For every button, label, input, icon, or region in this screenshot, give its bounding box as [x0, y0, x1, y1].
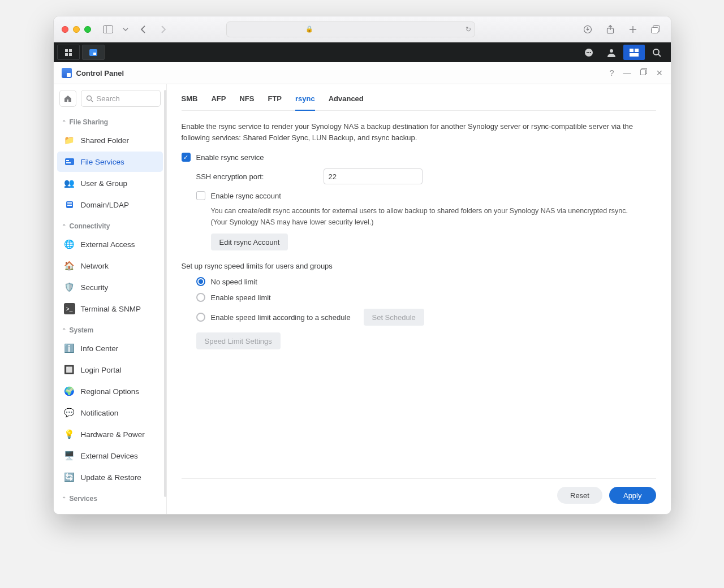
- sidebar-item-update-restore[interactable]: 🔄 Update & Restore: [57, 467, 163, 487]
- sidebar-item-label: Notification: [81, 409, 119, 417]
- sidebar-section-system[interactable]: ⌃ System: [54, 322, 166, 338]
- tab-nfs[interactable]: NFS: [239, 92, 254, 110]
- sidebar-section-label: File Sharing: [70, 118, 109, 126]
- sidebar-item-user-group[interactable]: 👥 User & Group: [57, 173, 163, 193]
- svg-rect-5: [652, 27, 658, 33]
- cp-maximize-icon[interactable]: [640, 68, 647, 77]
- sidebar-item-login-portal[interactable]: 🔲 Login Portal: [57, 360, 163, 380]
- radio-schedule-speed-limit[interactable]: [196, 313, 205, 322]
- control-panel-icon: [62, 68, 72, 78]
- reset-button[interactable]: Reset: [557, 487, 602, 504]
- sidebar-item-label: Security: [81, 283, 109, 292]
- edit-rsync-account-button[interactable]: Edit rsync Account: [211, 234, 288, 250]
- globe-icon: 🌐: [64, 239, 75, 250]
- dsm-chat-icon[interactable]: [578, 45, 600, 60]
- sidebar-item-label: Login Portal: [81, 366, 122, 374]
- sidebar-item-info-center[interactable]: ℹ️ Info Center: [57, 338, 163, 358]
- sidebar-section-services[interactable]: ⌃ Services: [54, 490, 166, 506]
- sidebar-item-label: External Devices: [81, 452, 138, 460]
- help-icon[interactable]: ?: [610, 68, 614, 77]
- dsm-search-icon[interactable]: [646, 45, 667, 60]
- ssh-port-input[interactable]: [324, 168, 423, 184]
- share-icon[interactable]: [604, 23, 617, 36]
- sidebar-toggle-icon[interactable]: [101, 23, 115, 36]
- sidebar-item-label: Network: [81, 262, 109, 270]
- radio-enable-speed-limit[interactable]: [196, 293, 205, 302]
- svg-line-21: [658, 54, 661, 57]
- svg-rect-23: [640, 70, 645, 75]
- minimize-window-icon[interactable]: [73, 26, 80, 33]
- sidebar-item-security[interactable]: 🛡️ Security: [57, 277, 163, 297]
- home-button[interactable]: [59, 90, 76, 107]
- rsync-description: Enable the rsync service to render your …: [182, 111, 656, 149]
- portal-icon: 🔲: [64, 364, 75, 375]
- svg-rect-18: [635, 49, 639, 52]
- scrollbar[interactable]: [164, 90, 166, 497]
- sidebar-item-external-devices[interactable]: 🖥️ External Devices: [57, 446, 163, 466]
- tab-afp[interactable]: AFP: [211, 92, 226, 110]
- sidebar-item-file-services[interactable]: File Services: [57, 152, 163, 172]
- tab-smb[interactable]: SMB: [182, 92, 198, 110]
- browser-right-actions: [581, 23, 662, 36]
- set-schedule-button: Set Schedule: [364, 309, 424, 326]
- address-bar[interactable]: 🔒 ↻: [226, 21, 475, 37]
- zoom-window-icon[interactable]: [84, 26, 91, 33]
- nav-forward-icon[interactable]: [157, 23, 170, 36]
- cp-minimize-icon[interactable]: —: [623, 68, 631, 77]
- apply-button[interactable]: Apply: [609, 487, 656, 504]
- cp-titlebar: Control Panel ? — ✕: [54, 62, 671, 84]
- tab-rsync[interactable]: rsync: [295, 92, 315, 111]
- radio-no-speed-limit[interactable]: [196, 277, 205, 286]
- info-icon: ℹ️: [64, 343, 75, 354]
- chevron-up-icon: ⌃: [62, 327, 66, 334]
- footer-bar: Reset Apply: [182, 478, 656, 514]
- notification-icon: 💬: [64, 407, 75, 418]
- dsm-widgets-icon[interactable]: [623, 45, 645, 60]
- dsm-user-icon[interactable]: [601, 45, 622, 60]
- chevron-up-icon: ⌃: [62, 496, 66, 502]
- svg-rect-11: [93, 53, 96, 55]
- svg-rect-0: [103, 25, 113, 33]
- cp-close-icon[interactable]: ✕: [656, 68, 663, 77]
- safari-window: 🔒 ↻: [53, 16, 671, 514]
- svg-point-20: [653, 49, 659, 55]
- dsm-main-menu-icon[interactable]: [57, 45, 80, 60]
- svg-line-25: [91, 100, 93, 102]
- sidebar-item-shared-folder[interactable]: 📁 Shared Folder: [57, 130, 163, 150]
- search-input[interactable]: [97, 94, 156, 103]
- sidebar-section-connectivity[interactable]: ⌃ Connectivity: [54, 218, 166, 234]
- svg-rect-30: [67, 202, 72, 204]
- svg-rect-9: [69, 53, 72, 56]
- sidebar-item-terminal-snmp[interactable]: Terminal & SNMP: [57, 299, 163, 319]
- enable-rsync-account-checkbox[interactable]: [196, 191, 205, 200]
- reload-icon[interactable]: ↻: [466, 25, 471, 33]
- sidebar-item-hardware-power[interactable]: 💡 Hardware & Power: [57, 424, 163, 444]
- close-window-icon[interactable]: [62, 26, 68, 33]
- sidebar-item-regional-options[interactable]: 🌍 Regional Options: [57, 381, 163, 401]
- sidebar-item-label: Info Center: [81, 344, 119, 353]
- sidebar-item-external-access[interactable]: 🌐 External Access: [57, 234, 163, 254]
- sidebar-item-notification[interactable]: 💬 Notification: [57, 403, 163, 423]
- network-icon: 🏠: [64, 260, 75, 271]
- nav-back-icon[interactable]: [136, 23, 150, 36]
- window-controls: [62, 26, 91, 33]
- sidebar-section-file-sharing[interactable]: ⌃ File Sharing: [54, 114, 166, 129]
- enable-rsync-checkbox[interactable]: ✓: [182, 153, 191, 162]
- shield-icon: 🛡️: [64, 282, 75, 293]
- tab-ftp[interactable]: FTP: [268, 92, 282, 110]
- sidebar-item-network[interactable]: 🏠 Network: [57, 256, 163, 276]
- sidebar-item-domain-ldap[interactable]: Domain/LDAP: [57, 194, 163, 215]
- chevron-down-icon[interactable]: [122, 23, 130, 36]
- sidebar-item-label: Terminal & SNMP: [81, 305, 141, 313]
- svg-point-15: [589, 51, 591, 53]
- cp-sidebar: ⌃ File Sharing 📁 Shared Folder File Serv…: [54, 84, 167, 514]
- tabs-overview-icon[interactable]: [649, 23, 662, 36]
- new-tab-icon[interactable]: [626, 23, 640, 36]
- svg-rect-26: [65, 158, 74, 165]
- cp-content: SMB AFP NFS FTP rsync Advanced Enable th…: [167, 84, 671, 514]
- dsm-taskbar: [54, 42, 671, 62]
- dsm-control-panel-dock-icon[interactable]: [82, 45, 105, 60]
- tab-advanced[interactable]: Advanced: [329, 92, 364, 110]
- sidebar-search[interactable]: [81, 90, 161, 107]
- downloads-icon[interactable]: [581, 23, 594, 36]
